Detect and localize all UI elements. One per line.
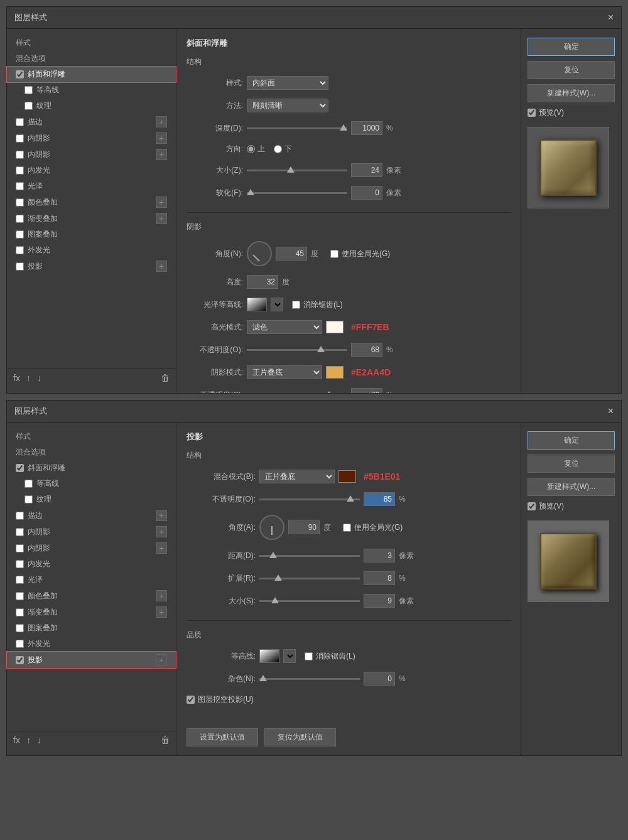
layer-knockout-2[interactable]: 图层挖空投影(U): [187, 694, 254, 705]
sidebar-item-patternoverlay-1[interactable]: 图案叠加: [7, 227, 176, 242]
sidebar-item-coloroverlay-2[interactable]: 颜色叠加 +: [7, 588, 176, 604]
spread-input-2[interactable]: [364, 571, 395, 585]
use-global-2[interactable]: 使用全局光(G): [343, 522, 403, 533]
noise-input-2[interactable]: [364, 672, 395, 686]
ok-btn-1[interactable]: 确定: [528, 38, 615, 56]
checkbox-innershadow1-1[interactable]: [16, 134, 24, 143]
method-select-1[interactable]: 雕刻清晰 平滑 雕刻柔和: [247, 99, 328, 112]
size-slider-1[interactable]: [247, 170, 347, 171]
plus-stroke-1[interactable]: +: [156, 116, 167, 127]
soften-slider-1[interactable]: [247, 192, 347, 194]
sidebar-item-innershadow2-1[interactable]: 内阴影 +: [7, 146, 176, 163]
sidebar-item-satin-2[interactable]: 光泽: [7, 572, 176, 588]
preview-label-1[interactable]: 预览(V): [528, 107, 615, 118]
depth-slider-1[interactable]: [247, 127, 347, 129]
gloss-contour-preview-1[interactable]: [247, 298, 267, 311]
checkbox-satin-1[interactable]: [16, 182, 24, 190]
sidebar-item-bevel-1[interactable]: 斜面和浮雕: [7, 67, 176, 82]
sidebar-item-contour-1[interactable]: 等高线: [7, 82, 176, 98]
distance-thumb-2[interactable]: [269, 552, 277, 558]
checkbox-outerglow-2[interactable]: [16, 640, 24, 648]
depth-input-1[interactable]: [351, 121, 382, 135]
down-icon-1[interactable]: ↓: [37, 373, 41, 383]
plus-coloroverlay-1[interactable]: +: [156, 197, 167, 208]
highlight-mode-select-1[interactable]: 滤色: [247, 320, 322, 334]
spread-thumb-2[interactable]: [274, 574, 282, 581]
gloss-contour-select-1[interactable]: [271, 298, 283, 311]
highlight-opacity-input-1[interactable]: [351, 343, 382, 357]
checkbox-stroke-1[interactable]: [16, 118, 24, 126]
style-select-1[interactable]: 内斜面 外斜面 浮雕效果: [247, 76, 328, 90]
highlight-opacity-slider-1[interactable]: [247, 349, 347, 351]
checkbox-innerglow-2[interactable]: [16, 560, 24, 568]
reset-btn-1[interactable]: 复位: [528, 61, 615, 79]
sidebar-item-outerglow-2[interactable]: 外发光: [7, 636, 176, 652]
checkbox-stroke-2[interactable]: [16, 512, 24, 520]
angle-circle-1[interactable]: [247, 241, 272, 266]
sidebar-item-innerglow-2[interactable]: 内发光: [7, 556, 176, 572]
checkbox-satin-2[interactable]: [16, 576, 24, 584]
contour-preview-2[interactable]: [259, 649, 279, 663]
new-style-btn-1[interactable]: 新建样式(W)...: [528, 84, 615, 102]
up-icon-2[interactable]: ↑: [26, 735, 31, 745]
checkbox-innershadow1-2[interactable]: [16, 528, 24, 536]
blend-color-swatch-2[interactable]: [338, 470, 356, 483]
noise-slider-2[interactable]: [259, 678, 360, 680]
angle-input-1[interactable]: [276, 247, 307, 261]
checkbox-coloroverlay-2[interactable]: [16, 592, 24, 600]
blend-mode-select-2[interactable]: 正片叠底: [259, 470, 335, 483]
shadow-opacity-thumb-1[interactable]: [325, 391, 333, 394]
spread-slider-2[interactable]: [259, 578, 360, 579]
checkbox-gradientoverlay-2[interactable]: [16, 608, 24, 617]
highlight-opacity-thumb-1[interactable]: [317, 346, 325, 352]
plus-dropshadow-2[interactable]: +: [156, 654, 167, 665]
sidebar-item-dropshadow-2[interactable]: 投影 +: [7, 652, 176, 668]
sidebar-item-innershadow1-2[interactable]: 内阴影 +: [7, 524, 176, 540]
plus-innershadow2-1[interactable]: +: [156, 149, 167, 160]
sidebar-item-outerglow-1[interactable]: 外发光: [7, 242, 176, 258]
soften-thumb-1[interactable]: [247, 189, 254, 195]
shadow-mode-select-1[interactable]: 正片叠底: [247, 365, 322, 379]
distance-slider-2[interactable]: [259, 555, 360, 557]
sidebar-item-gradientoverlay-2[interactable]: 渐变叠加 +: [7, 604, 176, 620]
plus-innershadow1-1[interactable]: +: [156, 132, 167, 144]
plus-innershadow1-2[interactable]: +: [156, 526, 167, 537]
checkbox-gradientoverlay-1[interactable]: [16, 215, 24, 223]
checkbox-bevel-2[interactable]: [16, 464, 24, 472]
sidebar-item-stroke-1[interactable]: 描边 +: [7, 114, 176, 130]
direction-down-1[interactable]: 下: [274, 144, 292, 154]
sidebar-item-innerglow-1[interactable]: 内发光: [7, 163, 176, 178]
delete-icon-2[interactable]: 🗑: [161, 735, 170, 745]
plus-gradientoverlay-1[interactable]: +: [156, 213, 167, 224]
sidebar-item-texture-2[interactable]: 纹理: [7, 492, 176, 507]
use-global-1[interactable]: 使用全局光(G): [330, 249, 390, 259]
down-icon-2[interactable]: ↓: [37, 735, 41, 745]
size-input-1[interactable]: [351, 163, 382, 177]
anti-alias-1[interactable]: 消除锯齿(L): [292, 299, 343, 310]
checkbox-texture-2[interactable]: [24, 495, 33, 503]
soften-input-1[interactable]: [351, 186, 382, 200]
checkbox-outerglow-1[interactable]: [16, 246, 24, 254]
angle-input-2[interactable]: [288, 520, 320, 534]
size-input-2[interactable]: [364, 594, 395, 608]
distance-input-2[interactable]: [364, 549, 395, 563]
shadow-color-swatch-1[interactable]: [326, 366, 344, 379]
plus-innershadow2-2[interactable]: +: [156, 542, 167, 554]
shadow-opacity-input-1[interactable]: [351, 388, 382, 393]
checkbox-innershadow2-1[interactable]: [16, 151, 24, 159]
fx-icon-1[interactable]: fx: [13, 373, 20, 383]
contour-select-2[interactable]: [283, 649, 296, 663]
sidebar-item-innershadow1-1[interactable]: 内阴影 +: [7, 130, 176, 146]
plus-dropshadow-1[interactable]: +: [156, 261, 167, 272]
sidebar-item-patternoverlay-2[interactable]: 图案叠加: [7, 620, 176, 636]
sidebar-item-coloroverlay-1[interactable]: 颜色叠加 +: [7, 194, 176, 210]
checkbox-patternoverlay-2[interactable]: [16, 624, 24, 632]
reset-default-btn-2[interactable]: 复位为默认值: [264, 728, 336, 746]
checkbox-dropshadow-2[interactable]: [16, 656, 24, 664]
angle-circle-2[interactable]: [259, 515, 284, 540]
checkbox-dropshadow-1[interactable]: [16, 262, 24, 271]
ok-btn-2[interactable]: 确定: [528, 431, 615, 450]
sidebar-item-innershadow2-2[interactable]: 内阴影 +: [7, 540, 176, 556]
checkbox-coloroverlay-1[interactable]: [16, 198, 24, 207]
checkbox-innerglow-1[interactable]: [16, 166, 24, 175]
